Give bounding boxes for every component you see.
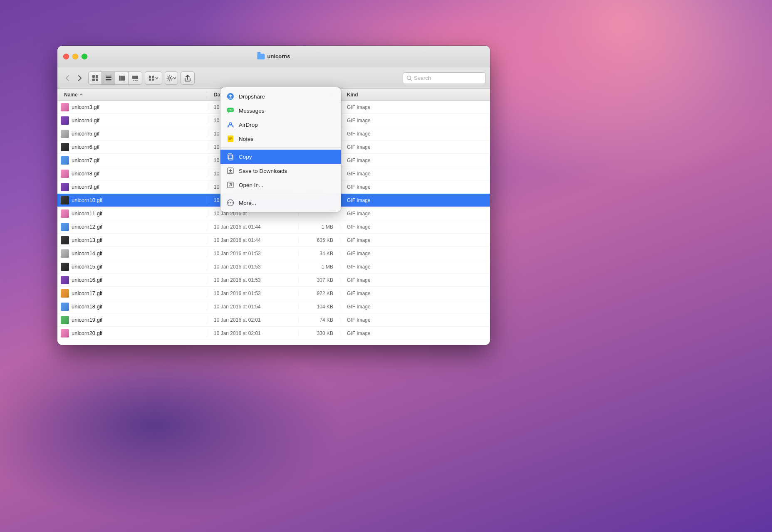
file-name: unicorn19.gif: [72, 317, 102, 323]
menu-item-dropshare[interactable]: Dropshare: [220, 89, 341, 103]
menu-label: Dropshare: [239, 94, 265, 100]
file-thumbnail: [61, 156, 69, 165]
file-name: unicorn10.gif: [72, 197, 102, 203]
file-size: 74 KB: [299, 317, 340, 323]
file-row[interactable]: unicorn13.gif 10 Jan 2016 at 01:44 605 K…: [57, 234, 490, 247]
airdrop-icon: [226, 121, 235, 129]
minimize-button[interactable]: [72, 54, 78, 59]
file-name: unicorn8.gif: [72, 170, 99, 177]
file-thumbnail: [61, 316, 69, 324]
file-date: 10 Jan 2016 at 01:53: [207, 277, 299, 283]
menu-item-save-to-downloads[interactable]: Save to Downloads: [220, 164, 341, 178]
file-date: 10 Jan 2016 at 01:53: [207, 291, 299, 296]
svg-line-37: [229, 184, 232, 186]
more-icon: [226, 199, 235, 207]
folder-icon: [257, 54, 265, 59]
view-buttons: [88, 71, 142, 85]
search-placeholder: Search: [414, 75, 431, 81]
list-view-button[interactable]: [102, 72, 115, 84]
svg-rect-15: [149, 76, 151, 78]
svg-rect-1: [96, 75, 98, 78]
menu-item-messages[interactable]: Messages: [220, 103, 341, 118]
file-kind: GIF Image: [340, 304, 490, 310]
file-kind: GIF Image: [340, 118, 490, 123]
svg-rect-17: [149, 79, 151, 81]
settings-action-button[interactable]: [165, 71, 178, 85]
file-name: unicorn4.gif: [72, 117, 99, 123]
back-button[interactable]: [62, 72, 73, 84]
file-name-cell: unicorn6.gif: [57, 143, 207, 151]
file-kind: GIF Image: [340, 171, 490, 177]
file-row[interactable]: unicorn12.gif 10 Jan 2016 at 01:44 1 MB …: [57, 220, 490, 234]
file-name-cell: unicorn17.gif: [57, 289, 207, 298]
file-kind: GIF Image: [340, 144, 490, 150]
menu-item-notes[interactable]: Notes: [220, 132, 341, 146]
name-column-header[interactable]: Name: [57, 92, 207, 98]
file-row[interactable]: unicorn14.gif 10 Jan 2016 at 01:53 34 KB…: [57, 247, 490, 260]
file-size: 104 KB: [299, 304, 340, 310]
menu-separator: [220, 148, 341, 148]
file-name-cell: unicorn12.gif: [57, 223, 207, 231]
svg-rect-28: [228, 135, 233, 142]
file-row[interactable]: unicorn16.gif 10 Jan 2016 at 01:53 307 K…: [57, 273, 490, 287]
forward-button[interactable]: [74, 72, 86, 84]
menu-item-more[interactable]: More...: [220, 196, 341, 210]
file-size: 1 MB: [299, 224, 340, 230]
svg-point-27: [231, 109, 232, 110]
file-name-cell: unicorn15.gif: [57, 263, 207, 271]
svg-rect-5: [106, 77, 111, 78]
file-row[interactable]: unicorn15.gif 10 Jan 2016 at 01:53 1 MB …: [57, 260, 490, 273]
file-thumbnail: [61, 289, 69, 298]
icon-view-button[interactable]: [89, 72, 102, 84]
file-name-cell: unicorn8.gif: [57, 170, 207, 178]
file-name-cell: unicorn9.gif: [57, 183, 207, 191]
file-thumbnail: [61, 170, 69, 178]
svg-rect-11: [132, 76, 138, 79]
svg-rect-3: [96, 79, 98, 81]
svg-rect-9: [121, 76, 123, 81]
file-kind: GIF Image: [340, 277, 490, 283]
column-view-button[interactable]: [115, 72, 129, 84]
svg-point-40: [230, 202, 231, 203]
search-bar[interactable]: Search: [403, 72, 486, 84]
file-name-cell: unicorn4.gif: [57, 116, 207, 125]
file-row[interactable]: unicorn19.gif 10 Jan 2016 at 02:01 74 KB…: [57, 313, 490, 327]
file-name-cell: unicorn18.gif: [57, 303, 207, 311]
file-kind: GIF Image: [340, 184, 490, 190]
menu-item-copy[interactable]: Copy: [220, 150, 341, 164]
file-row[interactable]: unicorn18.gif 10 Jan 2016 at 01:54 104 K…: [57, 300, 490, 313]
svg-rect-2: [92, 79, 95, 81]
file-name-cell: unicorn14.gif: [57, 249, 207, 258]
file-date: 10 Jan 2016 at 02:01: [207, 317, 299, 323]
file-size: 307 KB: [299, 277, 340, 283]
svg-rect-16: [152, 76, 154, 78]
share-button[interactable]: [181, 71, 195, 85]
menu-item-open-in[interactable]: Open In...: [220, 178, 341, 192]
menu-item-airdrop[interactable]: AirDrop: [220, 118, 341, 132]
group-button[interactable]: [145, 71, 162, 85]
file-name-cell: unicorn5.gif: [57, 130, 207, 138]
file-thumbnail: [61, 103, 69, 111]
gallery-view-button[interactable]: [129, 72, 142, 84]
file-kind: GIF Image: [340, 158, 490, 163]
sort-icon: [79, 93, 83, 96]
file-kind: GIF Image: [340, 237, 490, 243]
file-row[interactable]: unicorn17.gif 10 Jan 2016 at 01:53 922 K…: [57, 287, 490, 300]
file-size: 330 KB: [299, 330, 340, 336]
file-thumbnail: [61, 303, 69, 311]
svg-point-19: [169, 77, 171, 79]
file-thumbnail: [61, 183, 69, 191]
file-date: 10 Jan 2016 at 01:53: [207, 251, 299, 256]
maximize-button[interactable]: [82, 54, 87, 59]
svg-point-26: [230, 109, 231, 110]
close-button[interactable]: [63, 54, 69, 59]
kind-column-header[interactable]: Kind: [340, 92, 490, 98]
file-thumbnail: [61, 276, 69, 284]
file-size: 922 KB: [299, 291, 340, 296]
file-kind: GIF Image: [340, 317, 490, 323]
svg-rect-6: [106, 79, 111, 80]
file-name-cell: unicorn13.gif: [57, 236, 207, 244]
file-kind: GIF Image: [340, 291, 490, 296]
file-row[interactable]: unicorn20.gif 10 Jan 2016 at 02:01 330 K…: [57, 327, 490, 340]
menu-label: AirDrop: [239, 122, 258, 128]
